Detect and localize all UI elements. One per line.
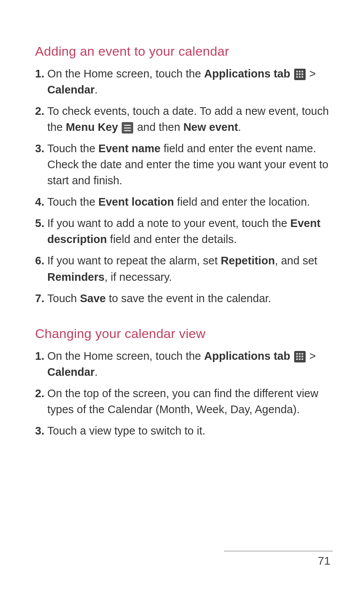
bold-text: Calendar — [47, 366, 95, 378]
list-item: 6.If you want to repeat the alarm, set R… — [35, 253, 333, 285]
item-number: 3. — [35, 423, 47, 439]
page-number: 71 — [318, 554, 333, 567]
item-body: On the Home screen, touch the Applicatio… — [47, 66, 333, 98]
item-body: Touch a view type to switch to it. — [47, 423, 333, 439]
list-item: 3.Touch the Event name field and enter t… — [35, 140, 333, 188]
footer-divider — [224, 551, 333, 552]
item-number: 2. — [35, 385, 47, 417]
item-number: 2. — [35, 103, 47, 135]
list-item: 7. Touch Save to save the event in the c… — [35, 290, 333, 306]
text-run: > — [306, 350, 316, 362]
text-run: On the Home screen, touch the — [47, 350, 204, 362]
list-item: 2.To check events, touch a date. To add … — [35, 103, 333, 135]
list-item: 4.Touch the Event location field and ent… — [35, 194, 333, 210]
list-item: 1. On the Home screen, touch the Applica… — [35, 66, 333, 98]
list-item: 2.On the top of the screen, you can find… — [35, 385, 333, 417]
text-run: Touch the — [47, 142, 98, 155]
item-number: 3. — [35, 140, 47, 188]
list-item: 5.If you want to add a note to your even… — [35, 215, 333, 247]
item-body: Touch the Event name field and enter the… — [47, 140, 333, 188]
bold-text: Applications tab — [204, 350, 293, 362]
bold-text: Menu Key — [66, 121, 121, 133]
item-body: If you want to repeat the alarm, set Rep… — [47, 253, 333, 285]
section-1-list: 1. On the Home screen, touch the Applica… — [35, 66, 333, 306]
text-run: Touch the — [47, 196, 98, 208]
page-footer: 71 — [224, 551, 333, 568]
text-run: to save the event in the calendar. — [106, 292, 271, 304]
text-run: , if necessary. — [105, 271, 172, 283]
list-item: 1. On the Home screen, touch the Applica… — [35, 348, 333, 380]
text-run: . — [238, 121, 241, 133]
section-heading-1: Adding an event to your calendar — [35, 44, 333, 59]
item-body: To check events, touch a date. To add a … — [47, 103, 333, 135]
list-item: 3.Touch a view type to switch to it. — [35, 423, 333, 439]
bold-text: Repetition — [221, 254, 275, 267]
text-run: field and enter the details. — [107, 233, 237, 245]
item-body: On the top of the screen, you can find t… — [47, 385, 333, 417]
bold-text: Calendar — [47, 84, 95, 96]
text-run: . — [95, 84, 98, 96]
text-run: Touch — [47, 292, 80, 304]
item-number: 6. — [35, 253, 47, 285]
item-number: 1. — [35, 348, 47, 380]
bold-text: Reminders — [47, 271, 105, 283]
text-run: If you want to repeat the alarm, set — [47, 254, 221, 267]
bold-text: Applications tab — [204, 68, 293, 80]
text-run: field and enter the location. — [174, 196, 310, 208]
bold-text: New event — [183, 121, 238, 133]
text-run: . — [95, 366, 98, 378]
item-body: On the Home screen, touch the Applicatio… — [47, 348, 333, 380]
item-body: Touch the Event location field and enter… — [47, 194, 333, 210]
text-run: On the top of the screen, you can find t… — [47, 387, 318, 415]
item-number: 5. — [35, 215, 47, 247]
item-body: If you want to add a note to your event,… — [47, 215, 333, 247]
bold-text: Event name — [98, 142, 161, 155]
bold-text: Save — [80, 292, 106, 304]
text-run: Touch a view type to switch to it. — [47, 425, 205, 437]
item-body: Touch Save to save the event in the cale… — [47, 290, 333, 306]
applications-tab-icon — [294, 351, 306, 362]
item-number: 1. — [35, 66, 47, 98]
bold-text: Event location — [98, 196, 174, 208]
menu-key-icon — [122, 122, 133, 134]
text-run: and then — [134, 121, 183, 133]
text-run: , and set — [275, 254, 317, 267]
item-number: 7. — [35, 290, 47, 306]
item-number: 4. — [35, 194, 47, 210]
text-run: > — [306, 68, 316, 80]
text-run: On the Home screen, touch the — [47, 68, 204, 80]
applications-tab-icon — [294, 69, 306, 80]
section-2-list: 1. On the Home screen, touch the Applica… — [35, 348, 333, 439]
text-run: If you want to add a note to your event,… — [47, 217, 290, 229]
section-heading-2: Changing your calendar view — [35, 326, 333, 341]
